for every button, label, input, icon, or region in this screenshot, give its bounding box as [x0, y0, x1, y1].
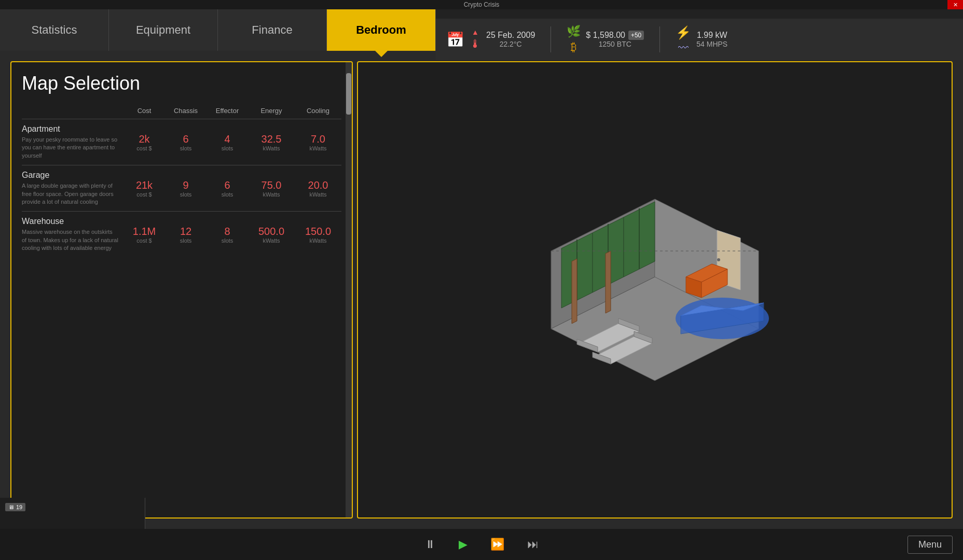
play-button[interactable]: ▶: [452, 534, 474, 555]
tab-equipment[interactable]: Equipment: [109, 9, 218, 51]
hashrate-value: 54 MHPS: [696, 40, 727, 48]
apartment-info: Apartment Pay your pesky roommate to lea…: [22, 124, 123, 160]
apartment-effector-cell: 4 slots: [207, 124, 248, 160]
btc-status: 🌿 ₿ $ 1,598.00 +50 1250 BTC: [567, 25, 644, 54]
warehouse-effector-unit: slots: [222, 237, 233, 244]
svg-marker-12: [606, 251, 611, 313]
lightning-icon: ⚡: [676, 25, 691, 40]
tab-finance[interactable]: Finance: [218, 9, 327, 51]
menu-button[interactable]: Menu: [907, 536, 953, 554]
thermometer-icon: 🌡: [470, 37, 481, 51]
col-header-cost: Cost: [123, 107, 165, 115]
btc-text: $ 1,598.00 +50 1250 BTC: [586, 31, 644, 48]
warehouse-cost-unit: cost $: [136, 237, 152, 244]
apartment-cooling: 7.0: [311, 133, 325, 145]
map-preview-panel: [357, 61, 953, 519]
warehouse-cost-cell: 1.1M cost $: [123, 217, 165, 252]
map-row-apartment[interactable]: Apartment Pay your pesky roommate to lea…: [22, 119, 341, 165]
apartment-energy-cell: 32.5 kWatts: [248, 124, 295, 160]
map-selection-title: Map Selection: [22, 73, 341, 94]
apartment-effector-unit: slots: [222, 145, 233, 151]
map-row-warehouse[interactable]: Warehouse Massive warehouse on the outsk…: [22, 211, 341, 257]
btc-plus-badge: +50: [628, 31, 644, 40]
warehouse-cost: 1.1M: [133, 226, 156, 237]
warehouse-effector: 8: [224, 226, 230, 237]
col-header-chassis: Chassis: [165, 107, 207, 115]
warehouse-chassis: 12: [180, 226, 191, 237]
temp-value: 22.2°C: [486, 40, 535, 48]
warehouse-chassis-unit: slots: [180, 237, 192, 244]
app-title: Crypto Crisis: [464, 1, 500, 8]
garage-cooling-cell: 20.0 kWatts: [295, 171, 341, 206]
temp-indicator: ▲ 🌡: [470, 28, 481, 51]
close-button[interactable]: ✕: [947, 0, 963, 9]
garage-chassis: 9: [183, 179, 188, 191]
power-status: ⚡ 〰 1.99 kW 54 MHPS: [676, 25, 727, 54]
garage-effector-unit: slots: [222, 191, 233, 198]
map-row-garage[interactable]: Garage A large double garage with plenty…: [22, 165, 341, 211]
separator-2: [659, 26, 660, 52]
garage-cost: 21k: [136, 179, 153, 191]
svg-marker-11: [572, 259, 577, 324]
warehouse-desc: Massive warehouse on the outskirts of to…: [22, 228, 118, 252]
warehouse-energy-unit: kWatts: [263, 237, 280, 244]
scroll-track[interactable]: [346, 62, 352, 517]
garage-effector: 6: [224, 179, 230, 191]
fast-forward-button[interactable]: ⏩: [484, 534, 511, 555]
date-status: 📅 ▲ 🌡 25 Feb. 2009 22.2°C: [446, 28, 535, 51]
apartment-energy: 32.5: [262, 133, 282, 145]
apartment-cost: 2k: [139, 133, 149, 145]
apartment-cooling-cell: 7.0 kWatts: [295, 124, 341, 160]
garage-desc: A large double garage with plenty of fre…: [22, 182, 118, 206]
pause-button[interactable]: ⏸: [418, 534, 442, 555]
apartment-effector: 4: [224, 133, 230, 145]
garage-cooling-unit: kWatts: [309, 191, 326, 198]
power-value: 1.99 kW: [696, 31, 727, 40]
fastest-button[interactable]: ⏭: [521, 534, 545, 555]
warehouse-cooling-unit: kWatts: [309, 237, 326, 244]
notification-badge: 🖥 19: [5, 503, 25, 511]
warehouse-cooling-cell: 150.0 kWatts: [295, 217, 341, 252]
separator-1: [551, 26, 551, 52]
warehouse-name: Warehouse: [22, 217, 118, 226]
col-header-energy: Energy: [248, 107, 295, 115]
apartment-cost-unit: cost $: [136, 145, 152, 151]
col-header-name: [22, 107, 123, 115]
calendar-icon: 📅: [446, 31, 464, 48]
garage-name: Garage: [22, 171, 118, 180]
garage-energy: 75.0: [262, 179, 282, 191]
warehouse-energy: 500.0: [258, 226, 284, 237]
apartment-cost-cell: 2k cost $: [123, 124, 165, 160]
map-selection-panel: Map Selection Cost Chassis Effector Ener…: [10, 61, 353, 519]
title-bar: Crypto Crisis ✕: [0, 0, 963, 9]
warehouse-effector-cell: 8 slots: [207, 217, 248, 252]
col-header-cooling: Cooling: [295, 107, 341, 115]
temp-up-arrow: ▲: [472, 28, 479, 36]
main-area: Map Selection Cost Chassis Effector Ener…: [0, 51, 963, 529]
warehouse-cooling: 150.0: [305, 226, 331, 237]
warehouse-preview: [525, 173, 785, 407]
garage-chassis-cell: 9 slots: [165, 171, 207, 206]
svg-point-10: [717, 258, 720, 261]
nav-tabs: Statistics Equipment Finance Bedroom 📅 ▲…: [0, 9, 963, 51]
leaf-icon: 🌿: [567, 25, 581, 38]
apartment-chassis: 6: [183, 133, 188, 145]
garage-effector-cell: 6 slots: [207, 171, 248, 206]
garage-info: Garage A large double garage with plenty…: [22, 171, 123, 206]
garage-cooling: 20.0: [308, 179, 328, 191]
tab-statistics[interactable]: Statistics: [0, 9, 109, 51]
column-headers: Cost Chassis Effector Energy Cooling: [22, 105, 341, 119]
garage-energy-unit: kWatts: [263, 191, 280, 198]
btc-amount: 1250 BTC: [586, 40, 644, 48]
btc-price: $ 1,598.00: [586, 31, 625, 40]
date-value: 25 Feb. 2009: [486, 31, 535, 40]
garage-chassis-unit: slots: [180, 191, 192, 198]
tab-bedroom[interactable]: Bedroom: [327, 9, 436, 51]
garage-cost-unit: cost $: [136, 191, 152, 198]
apartment-name: Apartment: [22, 124, 118, 134]
apartment-cooling-unit: kWatts: [309, 145, 326, 151]
date-text: 25 Feb. 2009 22.2°C: [486, 31, 535, 48]
apartment-energy-unit: kWatts: [263, 145, 280, 151]
scroll-thumb[interactable]: [346, 73, 351, 115]
warehouse-energy-cell: 500.0 kWatts: [248, 217, 295, 252]
